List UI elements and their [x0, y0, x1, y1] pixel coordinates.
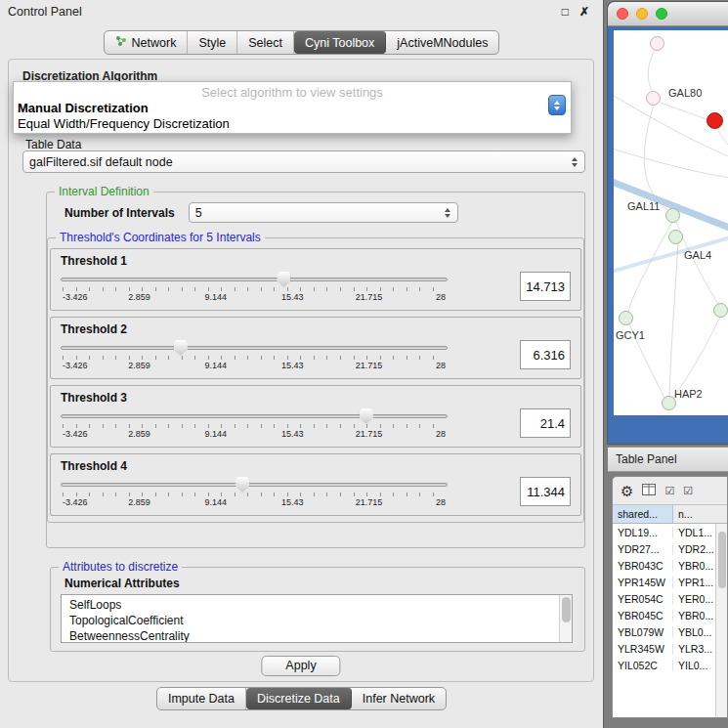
tick-label: -3.426 — [63, 497, 88, 507]
tab-network-label: Network — [132, 36, 177, 50]
algorithm-option-manual[interactable]: Manual Discretization — [18, 101, 149, 115]
attribute-item[interactable]: TopologicalCoefficient — [69, 613, 572, 628]
table-row[interactable]: YBL079W YBL0... — [613, 623, 715, 640]
cell-shared-name: YBR043C — [613, 560, 673, 572]
zoom-traffic-light[interactable] — [656, 8, 667, 20]
select-rows-icon[interactable]: ☑ — [683, 486, 693, 496]
cell-shared-name: YDR27... — [613, 543, 673, 555]
slider-track[interactable] — [61, 346, 448, 350]
table-columns-icon[interactable] — [642, 482, 656, 499]
table-data-combobox[interactable]: galFiltered.sif default node — [22, 150, 585, 173]
slider-track[interactable] — [61, 278, 448, 281]
slider-thumb[interactable] — [277, 272, 290, 287]
tick-label: 21.715 — [356, 361, 383, 370]
cell-name: YDR2... — [673, 543, 715, 555]
tab-infer-network-label: Infer Network — [363, 692, 435, 706]
tick-label: 28 — [436, 429, 446, 439]
table-row[interactable]: YBR045C YBR0... — [613, 607, 715, 623]
list-scrollbar-thumb[interactable] — [562, 597, 571, 622]
table-panel-header: Table Panel — [608, 447, 728, 472]
slider-thumb[interactable] — [360, 408, 373, 424]
threshold-3-label: Threshold 3 — [61, 391, 571, 405]
attribute-item[interactable]: SelfLoops — [69, 597, 572, 613]
numerical-attributes-label: Numerical Attributes — [64, 577, 584, 590]
column-header-shared-name[interactable]: shared... — [613, 505, 673, 523]
apply-button[interactable]: Apply — [261, 656, 340, 676]
network-node[interactable] — [646, 91, 661, 106]
minimize-traffic-light[interactable] — [636, 8, 648, 20]
content-panel: Discretization Algorithm Select algorith… — [8, 59, 594, 682]
interval-definition-legend: Interval Definition — [55, 185, 153, 198]
threshold-3-slider[interactable]: -3.4262.8599.14415.4321.71528 — [61, 406, 448, 441]
attribute-item[interactable]: BetweennessCentrality — [69, 628, 572, 643]
threshold-4-value-field[interactable]: 11.344 — [520, 477, 571, 506]
slider-thumb[interactable] — [174, 340, 188, 356]
table-row[interactable]: YER054C YER0... — [613, 590, 715, 607]
select-columns-icon[interactable]: ☑ — [664, 486, 674, 496]
thresholds-group: Threshold's Coordinates for 5 Intervals … — [47, 231, 584, 523]
threshold-3-value-field[interactable]: 21.4 — [520, 408, 571, 438]
table-row[interactable]: YLR345W YLR3... — [613, 640, 715, 657]
column-header-name[interactable]: n... — [673, 505, 727, 523]
close-icon[interactable]: ✗ — [579, 6, 589, 18]
table-data-value: galFiltered.sif default node — [29, 155, 173, 169]
tab-impute-data[interactable]: Impute Data — [157, 688, 246, 709]
gear-icon[interactable]: ⚙ — [621, 484, 633, 498]
table-row[interactable]: YPR145W YPR1... — [613, 574, 715, 590]
table-scrollbar[interactable] — [715, 524, 727, 717]
thresholds-legend: Threshold's Coordinates for 5 Intervals — [56, 231, 265, 244]
network-node[interactable] — [665, 208, 680, 223]
table-data-label: Table Data — [25, 138, 81, 151]
slider-track[interactable] — [61, 483, 448, 487]
number-of-intervals-row: Number of Intervals 5 — [64, 202, 584, 223]
tab-network[interactable]: Network — [105, 31, 189, 54]
attributes-legend: Attributes to discretize — [59, 560, 182, 574]
tab-infer-network[interactable]: Infer Network — [352, 688, 446, 709]
tick-label: 9.144 — [205, 429, 228, 439]
algorithm-option-equal-width[interactable]: Equal Width/Frequency Discretization — [18, 116, 230, 131]
threshold-4-block: Threshold 4 -3.4262.8599.14415.4321.7152… — [50, 453, 581, 516]
threshold-1-slider[interactable]: -3.4262.8599.14415.4321.71528 — [61, 269, 448, 304]
node-label-gal80: GAL80 — [668, 87, 702, 99]
tick-label: 9.144 — [205, 497, 228, 507]
slider-thumb[interactable] — [236, 477, 249, 492]
threshold-2-block: Threshold 2 -3.4262.8599.14415.4321.7152… — [50, 317, 581, 379]
tab-jactivemnodules-label: jActiveMNodules — [397, 36, 488, 50]
network-node[interactable] — [650, 36, 664, 51]
number-of-intervals-combobox[interactable]: 5 — [189, 202, 458, 223]
tick-label: 15.43 — [281, 497, 304, 507]
network-node-selected[interactable] — [707, 112, 723, 129]
cell-name: YPR1... — [673, 577, 715, 588]
close-traffic-light[interactable] — [617, 8, 628, 20]
network-window-titlebar — [608, 2, 728, 26]
network-node[interactable] — [713, 303, 728, 318]
tab-style[interactable]: Style — [188, 31, 237, 54]
tab-select[interactable]: Select — [237, 31, 294, 54]
threshold-2-slider[interactable]: -3.4262.8599.14415.4321.71528 — [61, 337, 448, 372]
table-row[interactable]: YBR043C YBR0... — [613, 557, 715, 574]
combo-arrows-icon — [572, 157, 578, 167]
table-row[interactable]: YDL19... YDL1... — [613, 524, 715, 540]
tick-label: -3.426 — [63, 292, 88, 302]
tab-cyni-toolbox[interactable]: Cyni Toolbox — [294, 31, 386, 54]
tab-discretize-data[interactable]: Discretize Data — [246, 688, 352, 709]
algorithm-combo-button[interactable] — [548, 95, 566, 115]
tab-jactivemnodules[interactable]: jActiveMNodules — [386, 31, 498, 54]
cell-name: YDL1... — [673, 527, 715, 538]
slider-tickmarks — [63, 424, 446, 428]
threshold-1-value-field[interactable]: 14.713 — [520, 272, 571, 301]
network-canvas[interactable]: GAL80 GAL11 GAL4 GCY1 HAP2 — [614, 30, 728, 415]
table-row[interactable]: YIL052C YIL0... — [613, 657, 715, 673]
maximize-icon[interactable]: □ — [562, 6, 569, 18]
threshold-4-slider[interactable]: -3.4262.8599.14415.4321.71528 — [61, 474, 448, 509]
slider-track[interactable] — [61, 414, 448, 418]
network-node[interactable] — [668, 230, 683, 244]
table-window: ⚙ ☑ ☑ shared... n... YDL19... YDL1... YD… — [612, 476, 728, 718]
table-row[interactable]: YDR27... YDR2... — [613, 540, 715, 557]
tab-select-label: Select — [248, 36, 282, 50]
threshold-2-value-field[interactable]: 6.316 — [520, 340, 571, 369]
list-scrollbar[interactable] — [559, 595, 572, 642]
table-scrollbar-thumb[interactable] — [718, 532, 726, 588]
top-tab-bar: Network Style Select Cyni Toolbox jActiv… — [104, 30, 500, 55]
network-node[interactable] — [619, 311, 633, 325]
